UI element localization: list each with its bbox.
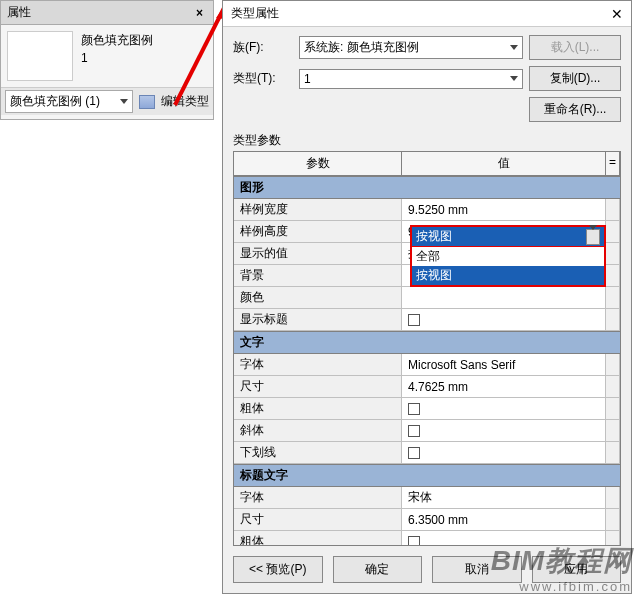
param-table: 参数 值 = 图形样例宽度9.5250 mm样例高度9.5250 mm显示的值按… [233, 151, 621, 546]
type-selector-dropdown[interactable]: 颜色填充图例 (1) [5, 90, 133, 113]
type-value: 1 [304, 72, 311, 86]
rename-button[interactable]: 重命名(R)... [529, 97, 621, 122]
dropdown-option[interactable]: 全部 [412, 247, 604, 266]
checkbox[interactable] [408, 314, 420, 326]
param-row: 粗体 [234, 398, 620, 420]
dropdown-option[interactable]: 按视图 [412, 266, 604, 285]
param-name: 下划线 [234, 442, 402, 463]
eq-cell [606, 442, 620, 463]
close-icon[interactable]: ✕ [611, 6, 623, 22]
properties-body: 颜色填充图例 1 [1, 25, 213, 87]
preview-button[interactable]: << 预览(P) [233, 556, 323, 583]
watermark-url: www.ifbim.com [519, 579, 632, 594]
param-name: 字体 [234, 354, 402, 375]
eq-cell [606, 487, 620, 508]
watermark-logo: BIM教程网 [491, 542, 632, 580]
group-header[interactable]: 标题文字 [234, 464, 620, 487]
properties-panel: 属性 × 颜色填充图例 1 颜色填充图例 (1) 编辑类型 [0, 0, 214, 120]
param-row: 尺寸6.3500 mm [234, 509, 620, 531]
group-header[interactable]: 图形 [234, 176, 620, 199]
dropdown-list: 全部按视图 [412, 247, 604, 285]
properties-title: 属性 [7, 4, 31, 21]
type-selector-value: 颜色填充图例 (1) [10, 93, 100, 110]
param-name: 斜体 [234, 420, 402, 441]
ok-button[interactable]: 确定 [333, 556, 423, 583]
param-name: 粗体 [234, 531, 402, 545]
param-name: 字体 [234, 487, 402, 508]
checkbox[interactable] [408, 536, 420, 546]
param-row: 下划线 [234, 442, 620, 464]
param-value[interactable]: 9.5250 mm [402, 199, 606, 220]
eq-cell [606, 287, 620, 308]
type-thumbnail [7, 31, 73, 81]
family-value: 系统族: 颜色填充图例 [304, 39, 419, 56]
chevron-down-icon [586, 229, 600, 245]
eq-cell [606, 354, 620, 375]
param-row: 斜体 [234, 420, 620, 442]
chevron-down-icon [510, 76, 518, 81]
param-value[interactable]: Microsoft Sans Serif [402, 354, 606, 375]
param-name: 尺寸 [234, 509, 402, 530]
col-param: 参数 [234, 152, 402, 175]
eq-cell [606, 265, 620, 286]
type-row: 类型(T): 1 复制(D)... [233, 66, 621, 91]
edit-type-button[interactable]: 编辑类型 [161, 93, 209, 110]
param-value[interactable] [402, 420, 606, 441]
checkbox[interactable] [408, 425, 420, 437]
family-combo[interactable]: 系统族: 颜色填充图例 [299, 36, 523, 59]
eq-cell [606, 398, 620, 419]
copy-button[interactable]: 复制(D)... [529, 66, 621, 91]
type-label: 颜色填充图例 1 [81, 31, 153, 81]
load-button: 载入(L)... [529, 35, 621, 60]
chevron-down-icon [510, 45, 518, 50]
dialog-body: 族(F): 系统族: 颜色填充图例 载入(L)... 类型(T): 1 复制(D… [223, 27, 631, 550]
param-value[interactable] [402, 309, 606, 330]
param-value[interactable]: 4.7625 mm [402, 376, 606, 397]
checkbox[interactable] [408, 447, 420, 459]
eq-cell [606, 243, 620, 264]
dropdown-selected[interactable]: 按视图 [412, 227, 604, 247]
param-value[interactable]: 6.3500 mm [402, 509, 606, 530]
param-name: 显示标题 [234, 309, 402, 330]
properties-titlebar: 属性 × [1, 1, 213, 25]
eq-cell [606, 199, 620, 220]
param-value[interactable]: 宋体 [402, 487, 606, 508]
type-count: 1 [81, 49, 153, 67]
param-name: 样例宽度 [234, 199, 402, 220]
group-header[interactable]: 文字 [234, 331, 620, 354]
checkbox[interactable] [408, 403, 420, 415]
param-value[interactable] [402, 287, 606, 308]
eq-cell [606, 221, 620, 242]
type-label: 类型(T): [233, 70, 293, 87]
col-eq: = [606, 152, 620, 175]
display-value-dropdown[interactable]: 按视图 全部按视图 [410, 225, 606, 287]
col-value: 值 [402, 152, 606, 175]
properties-toolbar: 颜色填充图例 (1) 编辑类型 [1, 87, 213, 115]
param-name: 样例高度 [234, 221, 402, 242]
param-row: 尺寸4.7625 mm [234, 376, 620, 398]
edit-type-icon [139, 95, 155, 109]
close-icon[interactable]: × [192, 6, 207, 20]
type-params-label: 类型参数 [233, 132, 621, 149]
param-row: 字体宋体 [234, 487, 620, 509]
dialog-title: 类型属性 [231, 5, 279, 22]
param-table-header: 参数 值 = [234, 152, 620, 176]
family-row: 族(F): 系统族: 颜色填充图例 载入(L)... [233, 35, 621, 60]
eq-cell [606, 376, 620, 397]
type-combo[interactable]: 1 [299, 69, 523, 89]
dialog-titlebar[interactable]: 类型属性 ✕ [223, 1, 631, 27]
param-value[interactable] [402, 398, 606, 419]
eq-cell [606, 309, 620, 330]
param-value[interactable] [402, 442, 606, 463]
param-name: 显示的值 [234, 243, 402, 264]
param-row: 样例宽度9.5250 mm [234, 199, 620, 221]
family-label: 族(F): [233, 39, 293, 56]
type-properties-dialog: 类型属性 ✕ 族(F): 系统族: 颜色填充图例 载入(L)... 类型(T):… [222, 0, 632, 594]
chevron-down-icon [120, 99, 128, 104]
type-name: 颜色填充图例 [81, 31, 153, 49]
eq-cell [606, 509, 620, 530]
rename-row: 重命名(R)... [233, 97, 621, 122]
param-name: 尺寸 [234, 376, 402, 397]
param-name: 背景 [234, 265, 402, 286]
dropdown-selected-text: 按视图 [416, 228, 452, 245]
